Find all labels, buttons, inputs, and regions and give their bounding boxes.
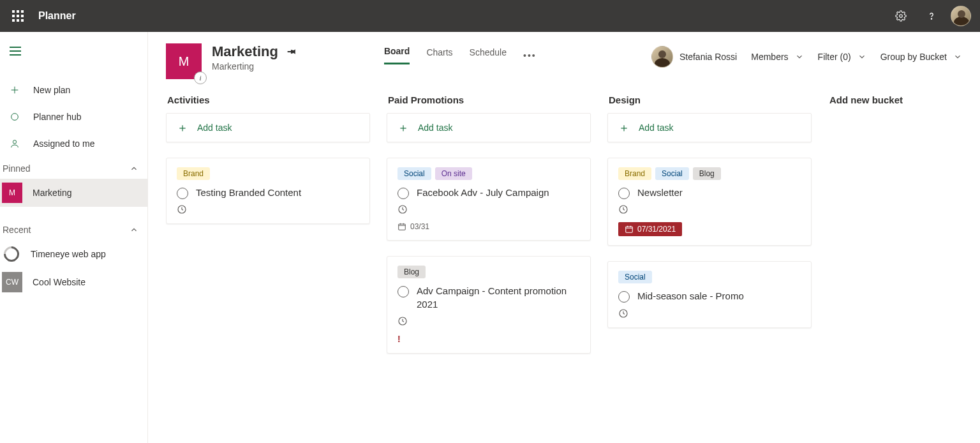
recent-plan-cool-website[interactable]: CW Cool Website: [0, 268, 147, 296]
add-task-label: Add task: [418, 123, 452, 133]
clock-icon: [618, 204, 801, 214]
task-title: Mid-season sale - Promo: [637, 290, 744, 303]
plus-icon: [9, 84, 20, 96]
chevron-down-icon: [795, 52, 804, 61]
ring-icon: [1, 243, 22, 265]
nav-new-plan[interactable]: New plan: [0, 77, 147, 103]
section-label: Pinned: [3, 163, 31, 174]
task-card[interactable]: SocialOn site Facebook Adv - July Campai…: [387, 158, 591, 241]
plan-subtitle: Markerting: [212, 61, 297, 71]
tag-row: BrandSocialBlog: [618, 167, 801, 180]
complete-checkbox[interactable]: [618, 291, 630, 303]
svg-point-1: [931, 19, 932, 19]
tab-board[interactable]: Board: [384, 46, 410, 64]
tab-schedule[interactable]: Schedule: [470, 47, 507, 64]
chevron-up-icon[interactable]: [130, 164, 138, 173]
nav-label: Planner hub: [33, 112, 82, 122]
svg-point-0: [900, 15, 903, 18]
chevron-up-icon[interactable]: [130, 225, 138, 234]
gear-icon[interactable]: [889, 4, 912, 27]
help-icon[interactable]: [920, 4, 943, 27]
group-dropdown[interactable]: Group by Bucket: [880, 52, 962, 62]
app-launcher-icon[interactable]: [5, 3, 31, 29]
recent-plan-timeneye[interactable]: Timeneye web app: [0, 240, 147, 268]
more-icon[interactable]: •••: [523, 50, 537, 61]
pin-icon[interactable]: [283, 43, 299, 59]
urgent-icon: !: [397, 334, 580, 344]
complete-checkbox[interactable]: [397, 286, 409, 297]
person-icon: [9, 138, 20, 149]
plan-label: Timeneye web app: [31, 249, 106, 259]
add-task-button[interactable]: ＋ Add task: [166, 113, 370, 142]
nav-assigned-to-me[interactable]: Assigned to me: [0, 130, 147, 157]
task-card[interactable]: Brand Testing Branded Content: [166, 158, 370, 224]
task-card[interactable]: BrandSocialBlog Newsletter 07/31/2021: [607, 158, 812, 246]
bucket-title: Design: [607, 92, 812, 113]
dd-label: Group by Bucket: [880, 52, 947, 62]
chevron-down-icon: [953, 52, 962, 61]
task-card[interactable]: Blog Adv Campaign - Content promotion 20…: [387, 256, 591, 354]
bucket-title: Paid Promotions: [387, 92, 591, 113]
topbar: Planner: [0, 0, 980, 32]
nav-planner-hub[interactable]: Planner hub: [0, 103, 147, 130]
user-avatar-icon: [651, 46, 673, 68]
dd-label: Filter (0): [818, 52, 851, 62]
members-dropdown[interactable]: Members: [751, 52, 803, 62]
filter-dropdown[interactable]: Filter (0): [818, 52, 866, 62]
tag-blog: Blog: [397, 266, 426, 278]
tag-social: Social: [655, 167, 689, 180]
tag-row: SocialOn site: [397, 167, 580, 180]
svg-point-3: [13, 140, 16, 144]
task-title: Facebook Adv - July Campaign: [417, 186, 549, 199]
add-bucket-label: Add new bucket: [828, 92, 962, 105]
due-date: 07/31/2021: [637, 225, 676, 234]
plan-label: Marketing: [33, 188, 71, 198]
add-task-button[interactable]: ＋ Add task: [387, 113, 591, 142]
user-chip[interactable]: Stefania Rossi: [651, 46, 737, 68]
page-header: M i Marketing Markerting Board Charts Sc…: [166, 43, 962, 79]
tag-row: Blog: [397, 266, 580, 278]
bucket-title: Activities: [166, 92, 370, 113]
svg-point-2: [11, 114, 19, 121]
add-task-label: Add task: [197, 123, 232, 133]
tag-row: Brand: [177, 167, 359, 180]
complete-checkbox[interactable]: [618, 188, 630, 199]
circle-icon: [9, 111, 20, 123]
recent-section-header[interactable]: Recent: [0, 218, 147, 240]
clock-icon: [618, 308, 801, 319]
dd-label: Members: [751, 52, 788, 62]
card-footer: 03/31: [397, 222, 580, 231]
tag-social: Social: [397, 167, 431, 180]
pinned-plan-marketing[interactable]: M Marketing: [0, 179, 147, 207]
bucket: Paid Promotions ＋ Add task SocialOn site…: [387, 92, 591, 443]
pinned-section-header[interactable]: Pinned: [0, 157, 147, 179]
plus-icon: ＋: [618, 120, 630, 135]
add-task-button[interactable]: ＋ Add task: [607, 113, 812, 142]
task-title: Adv Campaign - Content promotion 2021: [417, 285, 580, 311]
section-label: Recent: [3, 225, 31, 235]
tag-row: Social: [618, 271, 801, 283]
nav-label: Assigned to me: [33, 139, 95, 149]
nav-label: New plan: [33, 85, 70, 95]
hamburger-icon[interactable]: [0, 37, 31, 65]
plus-icon: ＋: [177, 120, 188, 135]
tag-brand: Brand: [618, 167, 651, 180]
add-bucket[interactable]: Add new bucket: [828, 92, 962, 443]
tab-charts[interactable]: Charts: [426, 47, 452, 64]
svg-rect-6: [399, 224, 406, 230]
complete-checkbox[interactable]: [397, 188, 409, 199]
user-avatar-icon[interactable]: [951, 6, 971, 26]
calendar-icon: [625, 225, 634, 234]
plan-label: Cool Website: [33, 277, 85, 287]
task-title: Newsletter: [637, 186, 683, 199]
info-icon[interactable]: i: [194, 71, 207, 84]
task-card[interactable]: Social Mid-season sale - Promo: [607, 261, 812, 327]
add-task-label: Add task: [639, 123, 673, 133]
bucket: Design ＋ Add task BrandSocialBlog Newsle…: [607, 92, 812, 443]
plan-badge-initial: M: [179, 54, 189, 69]
plan-badge: CW: [2, 272, 22, 292]
bucket: Activities ＋ Add task Brand Testing Bran…: [166, 92, 370, 443]
plus-icon: ＋: [397, 120, 409, 135]
tag-onsite: On site: [435, 167, 472, 180]
complete-checkbox[interactable]: [177, 188, 188, 199]
